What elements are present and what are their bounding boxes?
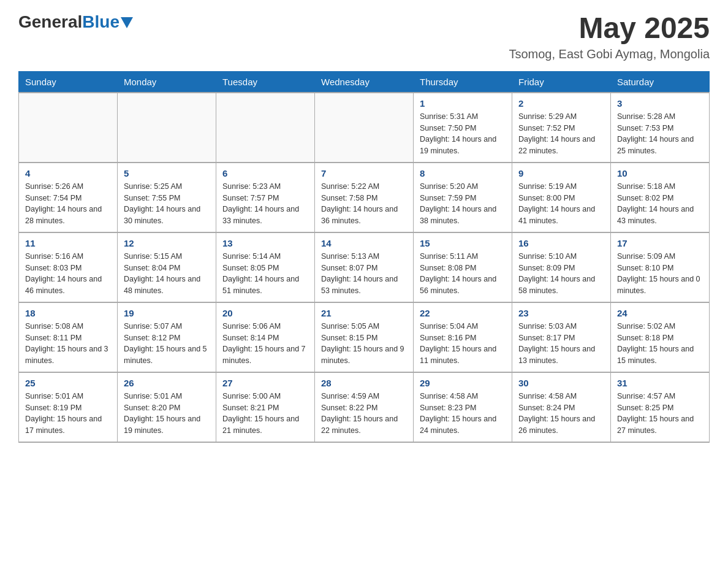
day-info: Sunrise: 5:22 AMSunset: 7:58 PMDaylight:… (321, 181, 407, 227)
col-wednesday: Wednesday (315, 71, 414, 93)
day-number: 8 (420, 168, 506, 178)
table-row: 24Sunrise: 5:02 AMSunset: 8:18 PMDayligh… (611, 302, 710, 372)
table-row: 31Sunrise: 4:57 AMSunset: 8:25 PMDayligh… (611, 372, 710, 442)
day-info: Sunrise: 5:01 AMSunset: 8:19 PMDaylight:… (25, 391, 111, 437)
table-row: 18Sunrise: 5:08 AMSunset: 8:11 PMDayligh… (19, 302, 118, 372)
day-info: Sunrise: 5:13 AMSunset: 8:07 PMDaylight:… (321, 251, 407, 297)
calendar-header-row: Sunday Monday Tuesday Wednesday Thursday… (19, 71, 710, 93)
table-row (19, 93, 118, 163)
table-row: 28Sunrise: 4:59 AMSunset: 8:22 PMDayligh… (315, 372, 414, 442)
day-number: 28 (321, 378, 407, 388)
day-number: 29 (420, 378, 506, 388)
table-row: 21Sunrise: 5:05 AMSunset: 8:15 PMDayligh… (315, 302, 414, 372)
day-number: 12 (124, 238, 210, 248)
day-info: Sunrise: 4:58 AMSunset: 8:23 PMDaylight:… (420, 391, 506, 437)
table-row (315, 93, 414, 163)
table-row: 2Sunrise: 5:29 AMSunset: 7:52 PMDaylight… (512, 93, 611, 163)
table-row: 27Sunrise: 5:00 AMSunset: 8:21 PMDayligh… (216, 372, 315, 442)
table-row: 22Sunrise: 5:04 AMSunset: 8:16 PMDayligh… (414, 302, 512, 372)
table-row: 19Sunrise: 5:07 AMSunset: 8:12 PMDayligh… (118, 302, 216, 372)
day-info: Sunrise: 5:06 AMSunset: 8:14 PMDaylight:… (222, 321, 308, 367)
day-number: 10 (617, 168, 703, 178)
table-row: 12Sunrise: 5:15 AMSunset: 8:04 PMDayligh… (118, 232, 216, 302)
day-number: 9 (518, 168, 604, 178)
table-row: 15Sunrise: 5:11 AMSunset: 8:08 PMDayligh… (414, 232, 512, 302)
table-row (216, 93, 315, 163)
day-info: Sunrise: 5:02 AMSunset: 8:18 PMDaylight:… (617, 321, 703, 367)
table-row (118, 93, 216, 163)
day-info: Sunrise: 5:07 AMSunset: 8:12 PMDaylight:… (124, 321, 210, 367)
day-info: Sunrise: 5:19 AMSunset: 8:00 PMDaylight:… (518, 181, 604, 227)
day-number: 14 (321, 238, 407, 248)
table-row: 13Sunrise: 5:14 AMSunset: 8:05 PMDayligh… (216, 232, 315, 302)
day-number: 20 (222, 308, 308, 318)
logo: General Blue (18, 12, 133, 32)
table-row: 23Sunrise: 5:03 AMSunset: 8:17 PMDayligh… (512, 302, 611, 372)
day-number: 21 (321, 308, 407, 318)
day-info: Sunrise: 5:04 AMSunset: 8:16 PMDaylight:… (420, 321, 506, 367)
day-number: 11 (25, 238, 111, 248)
logo-arrow-icon (121, 17, 133, 29)
logo-general: General (18, 12, 82, 32)
table-row: 14Sunrise: 5:13 AMSunset: 8:07 PMDayligh… (315, 232, 414, 302)
calendar-week-row: 4Sunrise: 5:26 AMSunset: 7:54 PMDaylight… (19, 163, 710, 232)
day-number: 17 (617, 238, 703, 248)
day-info: Sunrise: 5:11 AMSunset: 8:08 PMDaylight:… (420, 251, 506, 297)
day-number: 3 (617, 98, 703, 109)
table-row: 9Sunrise: 5:19 AMSunset: 8:00 PMDaylight… (512, 163, 611, 232)
day-info: Sunrise: 5:01 AMSunset: 8:20 PMDaylight:… (124, 391, 210, 437)
day-info: Sunrise: 5:05 AMSunset: 8:15 PMDaylight:… (321, 321, 407, 367)
day-number: 31 (617, 378, 703, 388)
day-number: 23 (518, 308, 604, 318)
day-info: Sunrise: 4:57 AMSunset: 8:25 PMDaylight:… (617, 391, 703, 437)
table-row: 1Sunrise: 5:31 AMSunset: 7:50 PMDaylight… (414, 93, 512, 163)
day-number: 7 (321, 168, 407, 178)
day-info: Sunrise: 5:31 AMSunset: 7:50 PMDaylight:… (420, 111, 506, 157)
logo-blue-part: Blue (82, 12, 133, 32)
calendar-week-row: 11Sunrise: 5:16 AMSunset: 8:03 PMDayligh… (19, 232, 710, 302)
svg-marker-0 (121, 17, 133, 28)
day-number: 4 (25, 168, 111, 178)
day-info: Sunrise: 5:18 AMSunset: 8:02 PMDaylight:… (617, 181, 703, 227)
table-row: 7Sunrise: 5:22 AMSunset: 7:58 PMDaylight… (315, 163, 414, 232)
day-info: Sunrise: 5:14 AMSunset: 8:05 PMDaylight:… (222, 251, 308, 297)
table-row: 30Sunrise: 4:58 AMSunset: 8:24 PMDayligh… (512, 372, 611, 442)
day-number: 25 (25, 378, 111, 388)
day-number: 26 (124, 378, 210, 388)
day-info: Sunrise: 5:15 AMSunset: 8:04 PMDaylight:… (124, 251, 210, 297)
day-number: 30 (518, 378, 604, 388)
day-info: Sunrise: 5:29 AMSunset: 7:52 PMDaylight:… (518, 111, 604, 157)
month-year-title: May 2025 (509, 12, 710, 45)
table-row: 10Sunrise: 5:18 AMSunset: 8:02 PMDayligh… (611, 163, 710, 232)
title-section: May 2025 Tsomog, East Gobi Aymag, Mongol… (509, 12, 710, 61)
table-row: 6Sunrise: 5:23 AMSunset: 7:57 PMDaylight… (216, 163, 315, 232)
day-number: 22 (420, 308, 506, 318)
table-row: 3Sunrise: 5:28 AMSunset: 7:53 PMDaylight… (611, 93, 710, 163)
day-number: 5 (124, 168, 210, 178)
col-saturday: Saturday (611, 71, 710, 93)
calendar-week-row: 18Sunrise: 5:08 AMSunset: 8:11 PMDayligh… (19, 302, 710, 372)
day-info: Sunrise: 4:59 AMSunset: 8:22 PMDaylight:… (321, 391, 407, 437)
day-info: Sunrise: 5:08 AMSunset: 8:11 PMDaylight:… (25, 321, 111, 367)
col-thursday: Thursday (414, 71, 512, 93)
day-info: Sunrise: 5:26 AMSunset: 7:54 PMDaylight:… (25, 181, 111, 227)
table-row: 5Sunrise: 5:25 AMSunset: 7:55 PMDaylight… (118, 163, 216, 232)
page-header: General Blue May 2025 Tsomog, East Gobi … (18, 12, 710, 61)
col-sunday: Sunday (19, 71, 118, 93)
table-row: 25Sunrise: 5:01 AMSunset: 8:19 PMDayligh… (19, 372, 118, 442)
col-friday: Friday (512, 71, 611, 93)
day-info: Sunrise: 5:16 AMSunset: 8:03 PMDaylight:… (25, 251, 111, 297)
col-monday: Monday (118, 71, 216, 93)
day-number: 19 (124, 308, 210, 318)
day-number: 13 (222, 238, 308, 248)
day-info: Sunrise: 5:28 AMSunset: 7:53 PMDaylight:… (617, 111, 703, 157)
table-row: 20Sunrise: 5:06 AMSunset: 8:14 PMDayligh… (216, 302, 315, 372)
day-number: 6 (222, 168, 308, 178)
table-row: 26Sunrise: 5:01 AMSunset: 8:20 PMDayligh… (118, 372, 216, 442)
day-number: 15 (420, 238, 506, 248)
table-row: 11Sunrise: 5:16 AMSunset: 8:03 PMDayligh… (19, 232, 118, 302)
table-row: 4Sunrise: 5:26 AMSunset: 7:54 PMDaylight… (19, 163, 118, 232)
day-number: 2 (518, 98, 604, 109)
day-info: Sunrise: 5:00 AMSunset: 8:21 PMDaylight:… (222, 391, 308, 437)
calendar-week-row: 1Sunrise: 5:31 AMSunset: 7:50 PMDaylight… (19, 93, 710, 163)
